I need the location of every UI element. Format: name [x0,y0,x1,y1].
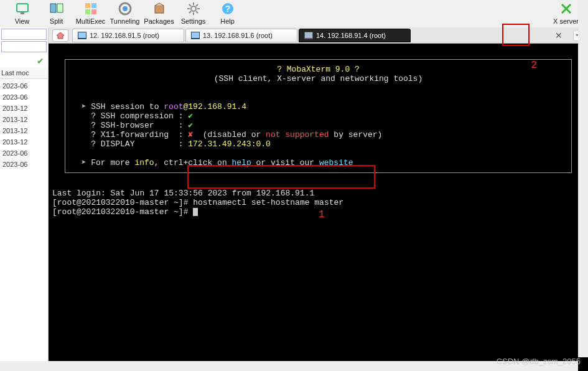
multiexec-button[interactable]: MultiExec [73,1,108,25]
banner-title: ? MobaXterm 9.0 ? [277,65,360,74]
help-link[interactable]: help [232,158,251,167]
terminal-icon [78,32,86,39]
cursor [193,208,198,216]
svg-rect-7 [91,9,96,14]
prompt: [root@20210322010-master ~]# [52,207,193,217]
tab-label: 13. 192.168.91.6 (root) [203,32,273,39]
scrollbar-horizontal[interactable] [0,361,578,371]
settings-label: Settings [181,17,206,25]
svg-rect-5 [91,3,96,8]
packages-button[interactable]: Packages [142,1,176,25]
last-login: Last login: Sat Jun 17 15:33:56 2023 fro… [52,189,314,198]
view-button[interactable]: View [5,1,39,25]
annotation-label-1: 1 [319,209,325,220]
help-button[interactable]: ? Help [210,1,245,25]
terminal-icon [191,32,200,39]
terminal-icon [304,32,313,39]
sidebar-input-2[interactable] [1,41,47,52]
prompt: [root@20210322010-master ~]# [52,198,193,207]
svg-line-19 [196,4,198,6]
svg-rect-3 [57,4,63,12]
date-list: 2023-06 2023-06 2013-12 2013-12 2013-12 … [0,79,48,171]
svg-line-18 [189,11,191,13]
terminal-banner: ? MobaXterm 9.0 ? (SSH client, X-server … [65,59,572,173]
svg-rect-23 [78,32,86,38]
svg-rect-27 [305,32,312,38]
list-item[interactable]: 2023-06 [2,80,45,92]
list-item[interactable]: 2013-12 [2,136,45,148]
svg-line-17 [196,11,198,13]
svg-rect-6 [85,9,90,14]
banner-subtitle: (SSH client, X-server and networking too… [214,74,422,83]
packages-icon [152,1,167,16]
close-tab-button[interactable]: ✕ [548,29,569,42]
settings-button[interactable]: Settings [176,1,210,25]
svg-rect-2 [50,4,56,12]
svg-rect-1 [21,12,24,14]
scrollbar-vertical[interactable] [578,0,588,357]
view-icon [15,1,30,16]
svg-rect-10 [155,6,164,13]
split-button[interactable]: Split [39,1,73,25]
tunneling-label: Tunneling [110,17,140,25]
annotation-label-2: 2 [531,60,537,71]
svg-text:?: ? [225,4,230,14]
watermark: CSDN @db_zsm_2055 [497,357,581,366]
svg-line-16 [189,4,191,6]
list-item[interactable]: 2013-12 [2,103,45,114]
svg-rect-25 [192,32,199,38]
home-button[interactable] [52,29,68,42]
tab-label: 14. 192.168.91.4 (root) [316,32,386,39]
svg-rect-4 [85,3,90,8]
command: hostnamectl set-hostname master [193,198,343,207]
svg-point-9 [123,6,128,11]
list-item[interactable]: 2023-06 [2,148,45,159]
help-label: Help [220,17,235,25]
tunneling-button[interactable]: Tunneling [108,1,142,25]
sidebar-input-1[interactable] [1,29,47,40]
lastmod-header: Last moc [0,67,48,79]
xserver-label: X server [553,17,579,25]
svg-rect-0 [17,4,28,12]
tab-session-2[interactable]: 13. 192.168.91.6 (root) [185,29,297,42]
help-icon: ? [220,1,235,16]
tab-session-3[interactable]: 14. 192.168.91.4 (root) [299,29,411,42]
packages-label: Packages [144,17,174,25]
website-link[interactable]: website [319,158,353,167]
split-icon [49,1,64,16]
svg-point-11 [191,6,196,11]
tab-label: 12. 192.168.91.5 (root) [90,32,159,39]
list-item[interactable]: 2013-12 [2,125,45,136]
xserver-icon [559,1,574,16]
sidebar: ✔ Last moc 2023-06 2023-06 2013-12 2013-… [0,27,49,371]
multiexec-label: MultiExec [76,17,106,25]
tunneling-icon [118,1,133,16]
tab-bar: 12. 192.168.91.5 (root) 13. 192.168.91.6… [49,27,588,44]
view-label: View [15,17,30,25]
tab-session-1[interactable]: 12. 192.168.91.5 (root) [72,29,184,42]
multiexec-icon [83,1,98,16]
list-item[interactable]: 2013-12 [2,114,45,125]
list-item[interactable]: 2023-06 [2,92,45,103]
terminal[interactable]: ? MobaXterm 9.0 ? (SSH client, X-server … [49,44,588,371]
split-label: Split [50,17,63,25]
list-item[interactable]: 2023-06 [2,159,45,170]
gear-icon [186,1,201,16]
check-icon: ✔ [0,55,48,67]
